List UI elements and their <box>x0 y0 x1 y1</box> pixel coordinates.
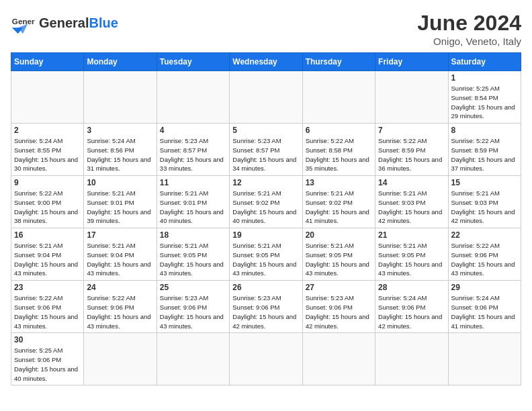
location-subtitle: Onigo, Veneto, Italy <box>417 36 521 47</box>
day-of-week-header: Thursday <box>302 53 375 71</box>
day-number: 18 <box>160 230 226 240</box>
calendar-day-cell: 16Sunrise: 5:21 AM Sunset: 9:04 PM Dayli… <box>11 228 84 281</box>
header: General GeneralBlue June 2024 Onigo, Ven… <box>11 11 521 47</box>
day-info: Sunrise: 5:21 AM Sunset: 9:02 PM Dayligh… <box>232 189 299 226</box>
calendar-day-cell: 18Sunrise: 5:21 AM Sunset: 9:05 PM Dayli… <box>157 228 229 281</box>
day-info: Sunrise: 5:22 AM Sunset: 8:59 PM Dayligh… <box>378 136 445 173</box>
day-of-week-header: Saturday <box>448 53 521 71</box>
day-info: Sunrise: 5:21 AM Sunset: 9:05 PM Dayligh… <box>378 241 445 278</box>
calendar-day-cell <box>230 333 302 385</box>
calendar-day-cell: 30Sunrise: 5:25 AM Sunset: 9:06 PM Dayli… <box>11 333 84 385</box>
day-number: 27 <box>306 283 372 292</box>
day-number: 30 <box>14 335 81 345</box>
calendar-header-row: SundayMondayTuesdayWednesdayThursdayFrid… <box>11 53 521 71</box>
day-info: Sunrise: 5:21 AM Sunset: 9:01 PM Dayligh… <box>160 189 226 226</box>
calendar-day-cell <box>375 333 448 385</box>
day-number: 23 <box>14 283 81 292</box>
calendar-day-cell: 20Sunrise: 5:21 AM Sunset: 9:05 PM Dayli… <box>302 228 375 281</box>
calendar-day-cell: 11Sunrise: 5:21 AM Sunset: 9:01 PM Dayli… <box>157 176 229 228</box>
calendar-day-cell <box>302 71 375 124</box>
calendar-day-cell: 21Sunrise: 5:21 AM Sunset: 9:05 PM Dayli… <box>375 228 448 281</box>
calendar-day-cell <box>84 71 157 124</box>
day-of-week-header: Wednesday <box>230 53 302 71</box>
day-number: 20 <box>306 230 372 240</box>
calendar-day-cell: 12Sunrise: 5:21 AM Sunset: 9:02 PM Dayli… <box>230 176 302 228</box>
day-info: Sunrise: 5:24 AM Sunset: 8:56 PM Dayligh… <box>87 136 153 173</box>
day-number: 16 <box>14 230 81 240</box>
calendar-day-cell <box>448 333 521 385</box>
calendar-day-cell <box>157 71 229 124</box>
calendar-day-cell: 26Sunrise: 5:23 AM Sunset: 9:06 PM Dayli… <box>230 281 302 333</box>
day-number: 11 <box>160 178 226 187</box>
calendar-day-cell: 3Sunrise: 5:24 AM Sunset: 8:56 PM Daylig… <box>84 124 157 176</box>
day-info: Sunrise: 5:22 AM Sunset: 9:06 PM Dayligh… <box>14 293 81 330</box>
day-number: 2 <box>14 126 81 135</box>
day-number: 21 <box>378 230 445 240</box>
day-info: Sunrise: 5:25 AM Sunset: 8:54 PM Dayligh… <box>451 84 518 121</box>
calendar-day-cell <box>302 333 375 385</box>
day-info: Sunrise: 5:21 AM Sunset: 9:05 PM Dayligh… <box>160 241 226 278</box>
calendar-day-cell: 19Sunrise: 5:21 AM Sunset: 9:05 PM Dayli… <box>230 228 302 281</box>
calendar-week-row: 2Sunrise: 5:24 AM Sunset: 8:55 PM Daylig… <box>11 124 521 176</box>
calendar-day-cell <box>375 71 448 124</box>
day-number: 1 <box>451 73 518 83</box>
calendar-day-cell <box>157 333 229 385</box>
calendar-day-cell: 13Sunrise: 5:21 AM Sunset: 9:02 PM Dayli… <box>302 176 375 228</box>
day-info: Sunrise: 5:23 AM Sunset: 9:06 PM Dayligh… <box>232 293 299 330</box>
calendar-day-cell: 7Sunrise: 5:22 AM Sunset: 8:59 PM Daylig… <box>375 124 448 176</box>
calendar-day-cell: 24Sunrise: 5:22 AM Sunset: 9:06 PM Dayli… <box>84 281 157 333</box>
day-number: 9 <box>14 178 81 187</box>
calendar-day-cell: 25Sunrise: 5:23 AM Sunset: 9:06 PM Dayli… <box>157 281 229 333</box>
day-info: Sunrise: 5:22 AM Sunset: 9:06 PM Dayligh… <box>87 293 153 330</box>
day-number: 10 <box>87 178 153 187</box>
day-info: Sunrise: 5:21 AM Sunset: 9:02 PM Dayligh… <box>306 189 372 226</box>
day-number: 4 <box>160 126 226 135</box>
day-info: Sunrise: 5:22 AM Sunset: 9:00 PM Dayligh… <box>14 189 81 226</box>
day-info: Sunrise: 5:21 AM Sunset: 9:01 PM Dayligh… <box>87 189 153 226</box>
logo-icon: General <box>11 11 35 35</box>
calendar-day-cell: 10Sunrise: 5:21 AM Sunset: 9:01 PM Dayli… <box>84 176 157 228</box>
day-info: Sunrise: 5:25 AM Sunset: 9:06 PM Dayligh… <box>14 346 81 383</box>
svg-marker-2 <box>18 24 28 34</box>
day-number: 29 <box>451 283 518 292</box>
day-info: Sunrise: 5:22 AM Sunset: 8:58 PM Dayligh… <box>306 136 372 173</box>
calendar-week-row: 16Sunrise: 5:21 AM Sunset: 9:04 PM Dayli… <box>11 228 521 281</box>
day-info: Sunrise: 5:21 AM Sunset: 9:05 PM Dayligh… <box>306 241 372 278</box>
calendar-day-cell: 17Sunrise: 5:21 AM Sunset: 9:04 PM Dayli… <box>84 228 157 281</box>
logo-blue-text: Blue <box>89 15 118 30</box>
svg-text:General: General <box>12 17 35 26</box>
calendar-day-cell: 1Sunrise: 5:25 AM Sunset: 8:54 PM Daylig… <box>448 71 521 124</box>
calendar-week-row: 1Sunrise: 5:25 AM Sunset: 8:54 PM Daylig… <box>11 71 521 124</box>
day-number: 14 <box>378 178 445 187</box>
day-info: Sunrise: 5:22 AM Sunset: 9:06 PM Dayligh… <box>451 241 518 278</box>
month-title: June 2024 <box>417 11 521 36</box>
calendar-day-cell: 15Sunrise: 5:21 AM Sunset: 9:03 PM Dayli… <box>448 176 521 228</box>
calendar-day-cell: 27Sunrise: 5:23 AM Sunset: 9:06 PM Dayli… <box>302 281 375 333</box>
day-number: 7 <box>378 126 445 135</box>
day-number: 28 <box>378 283 445 292</box>
day-info: Sunrise: 5:24 AM Sunset: 8:55 PM Dayligh… <box>14 136 81 173</box>
day-number: 24 <box>87 283 153 292</box>
calendar-day-cell: 14Sunrise: 5:21 AM Sunset: 9:03 PM Dayli… <box>375 176 448 228</box>
day-number: 12 <box>232 178 299 187</box>
calendar-week-row: 30Sunrise: 5:25 AM Sunset: 9:06 PM Dayli… <box>11 333 521 385</box>
calendar-day-cell: 8Sunrise: 5:22 AM Sunset: 8:59 PM Daylig… <box>448 124 521 176</box>
calendar-day-cell: 6Sunrise: 5:22 AM Sunset: 8:58 PM Daylig… <box>302 124 375 176</box>
day-of-week-header: Monday <box>84 53 157 71</box>
title-area: June 2024 Onigo, Veneto, Italy <box>417 11 521 47</box>
day-number: 25 <box>160 283 226 292</box>
day-of-week-header: Friday <box>375 53 448 71</box>
logo: General GeneralBlue <box>11 11 118 35</box>
day-number: 19 <box>232 230 299 240</box>
day-info: Sunrise: 5:24 AM Sunset: 9:06 PM Dayligh… <box>451 293 518 330</box>
logo-general-text: General <box>39 15 89 30</box>
calendar-table: SundayMondayTuesdayWednesdayThursdayFrid… <box>11 52 521 385</box>
day-number: 15 <box>451 178 518 187</box>
day-info: Sunrise: 5:23 AM Sunset: 8:57 PM Dayligh… <box>232 136 299 173</box>
day-number: 17 <box>87 230 153 240</box>
calendar-day-cell <box>230 71 302 124</box>
day-info: Sunrise: 5:21 AM Sunset: 9:04 PM Dayligh… <box>14 241 81 278</box>
day-info: Sunrise: 5:23 AM Sunset: 8:57 PM Dayligh… <box>160 136 226 173</box>
calendar-day-cell <box>84 333 157 385</box>
day-info: Sunrise: 5:21 AM Sunset: 9:05 PM Dayligh… <box>232 241 299 278</box>
